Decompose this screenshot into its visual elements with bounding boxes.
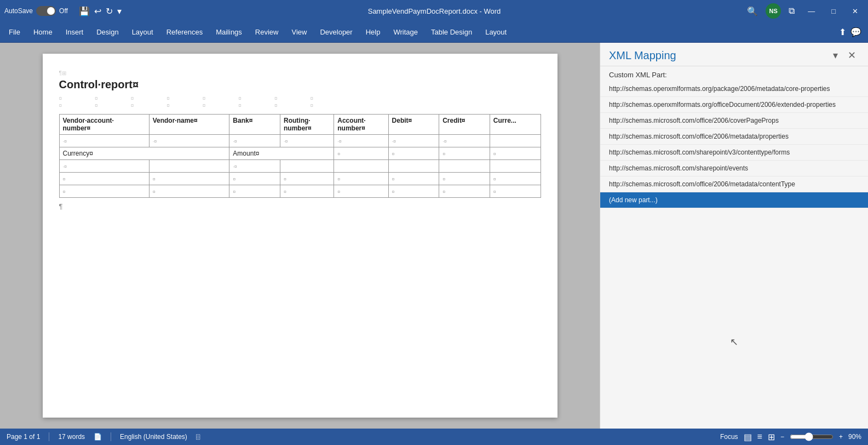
col-bank: Bank¤ [229, 115, 280, 135]
page-info: Page 1 of 1 [7, 433, 40, 441]
col-account: Account·number¤ [334, 115, 388, 135]
quick-access-dropdown[interactable]: ▾ [115, 4, 124, 19]
read-layout-button[interactable]: ⊞ [768, 432, 775, 442]
autosave-state: Off [59, 7, 68, 15]
cell-3-4: ¤ [280, 173, 334, 185]
menu-help[interactable]: Help [359, 25, 387, 39]
col-debit: Debit¤ [388, 115, 439, 135]
xml-mapping-panel: XML Mapping ▾ ✕ Custom XML Part: http://… [600, 43, 868, 429]
status-sep-2 [111, 432, 111, 441]
menu-writage[interactable]: Writage [387, 25, 424, 39]
cell-1-3: ·¤ [229, 135, 280, 147]
share-comment-area: ⬆ 💬 [839, 27, 866, 37]
menu-home[interactable]: Home [27, 25, 59, 39]
track-changes-icon: ⌹ [196, 433, 200, 441]
table-row-4: ¤ ¤ ¤ ¤ ¤ ¤ ¤ ¤ [59, 185, 541, 198]
col-curr: Curre... [490, 115, 541, 135]
cell-4-4: ¤ [280, 185, 334, 198]
xml-option-6[interactable]: http://schemas.microsoft.com/office/2006… [600, 176, 868, 192]
xml-panel-collapse-button[interactable]: ▾ [830, 48, 841, 62]
minimize-button[interactable]: — [802, 0, 820, 22]
cell-2-7 [439, 160, 490, 173]
xml-tree-empty-area: ↖ [600, 255, 868, 429]
cell-currency-label: Currency¤ [59, 147, 229, 160]
undo-button[interactable]: ↩ [92, 4, 104, 19]
xml-option-5[interactable]: http://schemas.microsoft.com/sharepoint/… [600, 161, 868, 176]
print-layout-button[interactable]: ▤ [744, 432, 752, 442]
cell-2-8 [490, 160, 541, 173]
web-layout-button[interactable]: ≡ [757, 432, 762, 442]
xml-option-3[interactable]: http://schemas.microsoft.com/office/2006… [600, 129, 868, 145]
menu-table-design[interactable]: Table Design [424, 25, 479, 39]
search-button[interactable]: 🔍 [745, 4, 760, 19]
xml-panel-header: XML Mapping ▾ ✕ [600, 43, 868, 66]
menu-bar: File Home Insert Design Layout Reference… [0, 22, 868, 43]
close-button[interactable]: ✕ [847, 0, 864, 22]
cell-3-6: ¤ [388, 173, 439, 185]
xml-option-0[interactable]: http://schemas.openxmlformats.org/packag… [600, 81, 868, 97]
comment-button[interactable]: 💬 [850, 27, 861, 37]
avatar[interactable]: NS [766, 3, 781, 19]
xml-options-list: http://schemas.openxmlformats.org/packag… [600, 81, 868, 255]
cell-c4: ¤ [490, 147, 541, 160]
table-row-2: ·¤ ·¤ [59, 160, 541, 173]
zoom-slider[interactable] [790, 432, 833, 441]
menu-review[interactable]: Review [249, 25, 285, 39]
menu-design[interactable]: Design [90, 25, 125, 39]
title-bar: AutoSave Off 💾 ↩ ↻ ▾ SampleVendPaymDocRe… [0, 0, 868, 22]
xml-panel-close-button[interactable]: ✕ [844, 48, 859, 62]
zoom-plus-icon: + [839, 433, 843, 441]
save-button[interactable]: 💾 [77, 4, 92, 19]
menu-view[interactable]: View [285, 25, 313, 39]
cell-4-7: ¤ [439, 185, 490, 198]
cell-1-5: ·¤ [334, 135, 388, 147]
table-row-currency: Currency¤ Amount¤ ¤ ¤ ¤ ¤ [59, 147, 541, 160]
autosave-area: AutoSave Off [4, 6, 68, 16]
status-bar: Page 1 of 1 17 words 📄 English (United S… [0, 429, 868, 445]
col-vendor-account: Vendor·account·number¤ [59, 115, 149, 135]
menu-mailings[interactable]: Mailings [209, 25, 249, 39]
zoom-minus-icon: − [780, 433, 784, 441]
autosave-toggle[interactable] [36, 6, 56, 16]
cursor-icon: ↖ [730, 336, 738, 348]
status-right: Focus ▤ ≡ ⊞ − + 90% [720, 432, 861, 442]
col-credit: Credit¤ [439, 115, 490, 135]
xml-option-1[interactable]: http://schemas.openxmlformats.org/office… [600, 97, 868, 113]
share-button[interactable]: ⬆ [839, 27, 846, 37]
xml-option-2[interactable]: http://schemas.microsoft.com/office/2006… [600, 113, 868, 129]
restore-button[interactable]: ⧉ [786, 4, 797, 18]
zoom-percent: 90% [848, 433, 861, 441]
cell-4-5: ¤ [334, 185, 388, 198]
menu-developer[interactable]: Developer [313, 25, 359, 39]
table-row-3: ¤ ¤ ¤ ¤ ¤ ¤ ¤ ¤ [59, 173, 541, 185]
focus-button[interactable]: Focus [720, 433, 738, 441]
end-paragraph-mark: ¶ [59, 202, 541, 210]
cell-2-2 [149, 160, 229, 173]
cell-4-6: ¤ [388, 185, 439, 198]
maximize-button[interactable]: □ [826, 0, 841, 22]
doc-area: ¶⊞ Control·report¤ ¤¤¤¤¤¤¤¤ ¤¤¤¤¤¤¤¤ Ven… [0, 43, 600, 429]
cell-2-6 [388, 160, 439, 173]
main-area: ¶⊞ Control·report¤ ¤¤¤¤¤¤¤¤ ¤¤¤¤¤¤¤¤ Ven… [0, 43, 868, 429]
top-cell-marks: ¤¤¤¤¤¤¤¤ [59, 95, 541, 101]
redo-button[interactable]: ↻ [104, 4, 115, 19]
cell-4-8: ¤ [490, 185, 541, 198]
cell-1-4: ·¤ [280, 135, 334, 147]
menu-layout2[interactable]: Layout [479, 25, 513, 39]
read-icon: 📄 [94, 433, 102, 441]
cell-3-5: ¤ [334, 173, 388, 185]
menu-references[interactable]: References [160, 25, 209, 39]
table-row: ·¤ ·¤ ·¤ ·¤ ·¤ ·¤ ·¤ [59, 135, 541, 147]
cell-1-2: ·¤ [149, 135, 229, 147]
doc-table: Vendor·account·number¤ Vendor·name¤ Bank… [59, 114, 541, 198]
cell-1-6: ·¤ [388, 135, 439, 147]
menu-insert[interactable]: Insert [59, 25, 90, 39]
xml-option-4[interactable]: http://schemas.microsoft.com/sharepoint/… [600, 145, 868, 161]
menu-file[interactable]: File [2, 25, 27, 39]
xml-panel-controls: ▾ ✕ [830, 48, 859, 62]
menu-layout[interactable]: Layout [125, 25, 160, 39]
xml-option-add-new[interactable]: (Add new part...) [600, 192, 868, 208]
autosave-knob [47, 7, 55, 15]
cell-3-2: ¤ [149, 173, 229, 185]
col-routing: Routing·number¤ [280, 115, 334, 135]
